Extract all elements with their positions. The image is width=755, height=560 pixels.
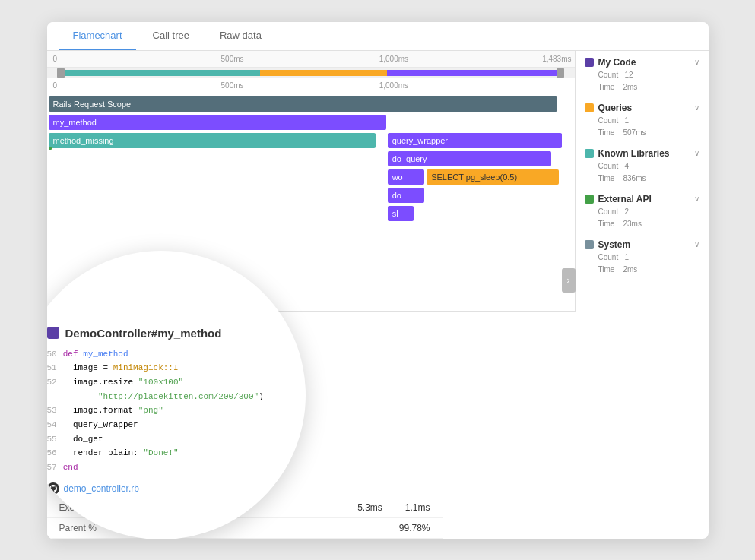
legend-known-libraries-label: Known Libraries [585,148,670,159]
circle-footer: demo_controller.rb [47,482,290,495]
scrubber[interactable] [47,68,575,78]
bar-do[interactable]: do [388,188,425,203]
legend-external-api: External API ∨ Count 2 Time 23ms [585,194,699,230]
flame-row-3: do_query [47,151,575,168]
bar-do-query[interactable]: do_query [388,151,551,166]
legend-external-api-count: Count 2 [598,206,699,218]
legend-known-libraries-header: Known Libraries ∨ [585,148,699,159]
metric-parent-value: 99.78% [399,523,430,533]
legend-external-api-stats: Count 2 Time 23ms [585,206,699,230]
legend-known-libraries: Known Libraries ∨ Count 4 Time 836ms [585,148,699,185]
ruler-1483: 1,483ms [542,55,571,63]
flame-bars: Rails Request Scope my_method method_mis… [47,93,575,226]
code-popup: DemoController#my_method 50def my_method… [47,311,576,539]
ruler-0: 0 [53,55,58,63]
circle-header: DemoController#my_method [47,327,290,340]
bar-rails-request-scope[interactable]: Rails Request Scope [49,96,557,112]
bar-select-pgsleep[interactable]: SELECT pg_sleep(0.5) [427,169,559,185]
tabs-bar: Flamechart Call tree Raw data [47,22,709,51]
ruler-1000: 1,000ms [379,55,408,63]
legend-system-header: System ∨ [585,239,699,250]
code-line-55: 55 do_get [47,432,290,447]
right-panel: My Code ∨ Count 12 Time 2ms Queries ∨ [576,51,709,340]
legend-system-dot [585,240,594,249]
legend-my-code-stats: Count 12 Time 2ms [585,69,699,93]
ruler-500: 500ms [221,55,244,63]
metric-exec-value2: 1.1ms [405,502,430,513]
flame-row-1: my_method [47,115,575,131]
legend-external-api-time: Time 23ms [598,218,699,230]
code-line-57: 57end [47,460,290,475]
flame-row-2: method_missing query_wrapper [47,133,575,150]
legend-system-chevron[interactable]: ∨ [694,240,699,248]
flame-row-4: wo SELECT pg_sleep(0.5) [47,169,575,186]
legend-queries-label: Queries [585,103,633,113]
legend-external-api-dot [585,195,594,204]
circle-code: 50def my_method 51 image = MiniMagick::I… [47,347,290,475]
legend-my-code: My Code ∨ Count 12 Time 2ms [585,57,699,93]
flame-row-5: do [47,188,575,204]
ruler2-0: 0 [53,81,58,90]
bar-sl[interactable]: sl [388,206,414,221]
flame-row-6: sl [47,206,575,223]
legend-system-text: System [598,239,631,250]
circle-content: DemoController#my_method 50def my_method… [47,327,290,495]
legend-queries-time: Time 507ms [598,127,699,139]
legend-system-time: Time 2ms [598,264,699,276]
ruler2-500: 500ms [221,81,244,90]
legend-queries-stats: Count 1 Time 507ms [585,115,699,139]
flame-row-0: Rails Request Scope [47,96,575,113]
legend-queries-dot [585,103,594,112]
bar-query-wrapper[interactable]: query_wrapper [388,133,562,148]
scrubber-handle-left[interactable] [57,68,65,78]
circle-title: DemoController#my_method [65,327,222,340]
legend-my-code-chevron[interactable]: ∨ [694,58,699,66]
legend-queries-chevron[interactable]: ∨ [694,103,699,112]
legend-my-code-time: Time 2ms [598,81,699,93]
code-line-53: 53 image.format "png" [47,403,290,418]
legend-my-code-header: My Code ∨ [585,57,699,68]
code-line-51: 51 image = MiniMagick::I [47,361,290,375]
legend-my-code-label: My Code [585,57,636,68]
indicator-green [49,147,52,150]
ruler2-1000: 1,000ms [379,81,408,90]
legend-system-label: System [585,239,631,250]
legend-known-libraries-dot [585,149,594,158]
legend-known-libraries-count: Count 4 [598,160,699,172]
legend-my-code-count: Count 12 [598,69,699,81]
bar-method-missing[interactable]: method_missing [49,133,376,148]
legend-external-api-chevron[interactable]: ∨ [694,195,699,203]
legend-queries: Queries ∨ Count 1 Time 507ms [585,103,699,139]
code-line-52b: "http://placekitten.com/200/300") [47,390,290,404]
main-container: Flamechart Call tree Raw data 0 500ms 1,… [47,22,709,539]
file-link[interactable]: demo_controller.rb [64,483,139,494]
tab-raw-data[interactable]: Raw data [206,22,275,50]
legend-external-api-label: External API [585,194,652,204]
circle-icon [47,327,59,339]
legend-my-code-text: My Code [598,57,636,68]
legend-known-libraries-time: Time 836ms [598,172,699,185]
bar-wo[interactable]: wo [388,169,425,185]
tab-flamechart[interactable]: Flamechart [59,22,136,50]
bar-my-method[interactable]: my_method [49,115,386,130]
code-line-56: 56 render plain: "Done!" [47,446,290,460]
time-ruler-bottom: 0 500ms 1,000ms [47,78,575,93]
scrubber-track [57,70,563,76]
legend-queries-text: Queries [598,103,633,113]
legend-external-api-text: External API [598,194,652,204]
legend-known-libraries-stats: Count 4 Time 836ms [585,160,699,185]
code-line-54: 54 query_wrapper [47,418,290,432]
legend-system: System ∨ Count 1 Time 2ms [585,239,699,276]
github-icon [47,482,59,495]
legend-known-libraries-chevron[interactable]: ∨ [694,149,699,157]
nav-arrow[interactable]: › [562,268,576,293]
code-line-52: 52 image.resize "100x100" [47,375,290,390]
code-line-50: 50def my_method [47,347,290,362]
legend-queries-count: Count 1 [598,115,699,127]
legend-system-count: Count 1 [598,252,699,264]
legend-my-code-dot [585,58,594,67]
tab-call-tree[interactable]: Call tree [139,22,203,50]
scrubber-handle-right[interactable] [557,68,564,78]
metric-parent-label: Parent % [59,523,97,533]
metric-exec-value1: 5.3ms [357,502,382,513]
